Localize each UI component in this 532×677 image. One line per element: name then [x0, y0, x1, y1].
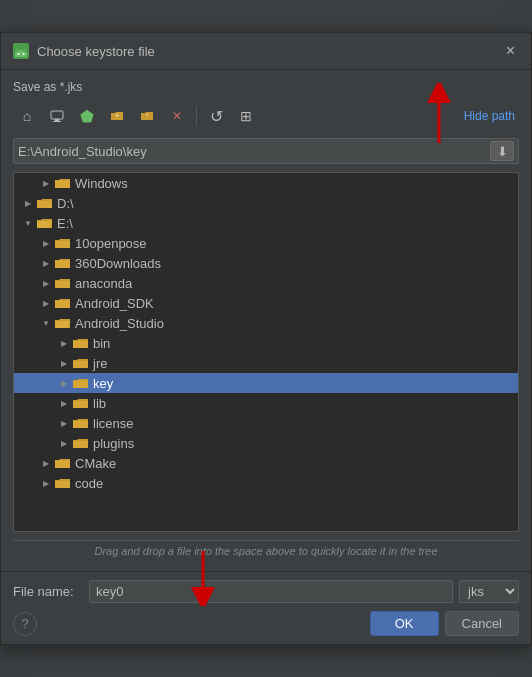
tree-label-e-drive: E:\ [57, 216, 518, 231]
tree-item-cmake[interactable]: ▶CMake [14, 453, 518, 473]
svg-line-3 [16, 49, 17, 51]
tree-arrow-360downloads: ▶ [38, 254, 54, 272]
tree-item-code[interactable]: ▶code [14, 473, 518, 493]
tree-arrow-key: ▶ [56, 374, 72, 392]
tree-item-android-studio[interactable]: ▼Android_Studio [14, 313, 518, 333]
help-button[interactable]: ? [13, 612, 37, 636]
title-bar: Choose keystore file × [1, 33, 531, 70]
tree-label-cmake: CMake [75, 456, 518, 471]
folder-icon-android-sdk [54, 294, 72, 312]
folder-icon-e-drive [36, 214, 54, 232]
tree-arrow-plugins: ▶ [56, 434, 72, 452]
tree-label-bin: bin [93, 336, 518, 351]
tree-label-key: key [93, 376, 518, 391]
folder-icon-anaconda [54, 274, 72, 292]
tree-item-windows[interactable]: ▶Windows [14, 173, 518, 193]
folder-up-btn[interactable]: ↑ [133, 104, 161, 128]
svg-rect-7 [53, 121, 61, 122]
filename-row: File name: jks p12 [13, 580, 519, 603]
file-tree[interactable]: ▶Windows▶D:\▼E:\▶10openpose▶360Downloads… [13, 172, 519, 532]
folder-icon-code [54, 474, 72, 492]
svg-point-1 [18, 53, 20, 55]
svg-rect-6 [55, 119, 59, 121]
folder-icon-d-drive [36, 194, 54, 212]
folder-icon-cmake [54, 454, 72, 472]
path-download-btn[interactable]: ⬇ [490, 141, 514, 161]
svg-text:↑: ↑ [145, 112, 149, 119]
filename-input[interactable] [89, 580, 453, 603]
tree-label-lib: lib [93, 396, 518, 411]
tree-item-bin[interactable]: ▶bin [14, 333, 518, 353]
extension-select[interactable]: jks p12 [459, 580, 519, 603]
cancel-button[interactable]: Cancel [445, 611, 519, 636]
tree-item-d-drive[interactable]: ▶D:\ [14, 193, 518, 213]
svg-rect-5 [51, 111, 63, 119]
toolbar-sep [196, 106, 197, 126]
svg-text:+: + [115, 112, 119, 119]
path-input[interactable] [18, 144, 490, 159]
tree-arrow-lib: ▶ [56, 394, 72, 412]
bottom-bar: File name: jks p12 ? OK Cancel [1, 571, 531, 644]
tree-arrow-license: ▶ [56, 414, 72, 432]
folder-icon-10openpose [54, 234, 72, 252]
tree-item-jre[interactable]: ▶jre [14, 353, 518, 373]
svg-rect-0 [15, 52, 27, 57]
refresh-btn[interactable]: ↺ [202, 104, 230, 128]
new-folder-btn[interactable]: + [103, 104, 131, 128]
tree-label-android-studio: Android_Studio [75, 316, 518, 331]
tree-item-e-drive[interactable]: ▼E:\ [14, 213, 518, 233]
folder-icon-plugins [72, 434, 90, 452]
tree-item-lib[interactable]: ▶lib [14, 393, 518, 413]
tree-arrow-cmake: ▶ [38, 454, 54, 472]
tree-label-jre: jre [93, 356, 518, 371]
ok-button[interactable]: OK [370, 611, 439, 636]
close-button[interactable]: × [502, 41, 519, 61]
home-btn[interactable]: ⌂ [13, 104, 41, 128]
filename-label: File name: [13, 584, 83, 599]
tree-item-key[interactable]: ▶key [14, 373, 518, 393]
delete-btn[interactable]: ✕ [163, 104, 191, 128]
tree-arrow-windows: ▶ [38, 174, 54, 192]
tree-label-360downloads: 360Downloads [75, 256, 518, 271]
android-btn[interactable]: ⬟ [73, 104, 101, 128]
title-bar-left: Choose keystore file [13, 43, 155, 59]
tree-label-license: license [93, 416, 518, 431]
choose-keystore-dialog: Choose keystore file × Save as *.jks ⌂ ⬟… [0, 32, 532, 645]
tree-item-license[interactable]: ▶license [14, 413, 518, 433]
desktop-btn[interactable] [43, 104, 71, 128]
button-row: ? OK Cancel [13, 611, 519, 636]
path-bar: ⬇ [13, 138, 519, 164]
tree-arrow-jre: ▶ [56, 354, 72, 372]
tree-item-android-sdk[interactable]: ▶Android_SDK [14, 293, 518, 313]
tree-label-code: code [75, 476, 518, 491]
tree-item-360downloads[interactable]: ▶360Downloads [14, 253, 518, 273]
tree-arrow-e-drive: ▼ [20, 214, 36, 232]
folder-icon-lib [72, 394, 90, 412]
tree-arrow-d-drive: ▶ [20, 194, 36, 212]
folder-icon-bin [72, 334, 90, 352]
expand-btn[interactable]: ⊞ [232, 104, 260, 128]
tree-arrow-10openpose: ▶ [38, 234, 54, 252]
tree-label-d-drive: D:\ [57, 196, 518, 211]
path-bar-container: ⬇ [13, 138, 519, 164]
dialog-title: Choose keystore file [37, 44, 155, 59]
tree-item-10openpose[interactable]: ▶10openpose [14, 233, 518, 253]
tree-arrow-anaconda: ▶ [38, 274, 54, 292]
drag-drop-hint: Drag and drop a file into the space abov… [13, 540, 519, 561]
folder-icon-windows [54, 174, 72, 192]
tree-label-10openpose: 10openpose [75, 236, 518, 251]
tree-item-plugins[interactable]: ▶plugins [14, 433, 518, 453]
folder-icon-key [72, 374, 90, 392]
tree-arrow-android-sdk: ▶ [38, 294, 54, 312]
tree-label-windows: Windows [75, 176, 518, 191]
drag-hint-container: Drag and drop a file into the space abov… [13, 540, 519, 561]
folder-icon-jre [72, 354, 90, 372]
hide-path-button[interactable]: Hide path [460, 107, 519, 125]
tree-arrow-android-studio: ▼ [38, 314, 54, 332]
tree-arrow-bin: ▶ [56, 334, 72, 352]
folder-icon-360downloads [54, 254, 72, 272]
save-as-label: Save as *.jks [13, 80, 519, 94]
folder-icon-android-studio [54, 314, 72, 332]
tree-item-anaconda[interactable]: ▶anaconda [14, 273, 518, 293]
folder-icon-license [72, 414, 90, 432]
